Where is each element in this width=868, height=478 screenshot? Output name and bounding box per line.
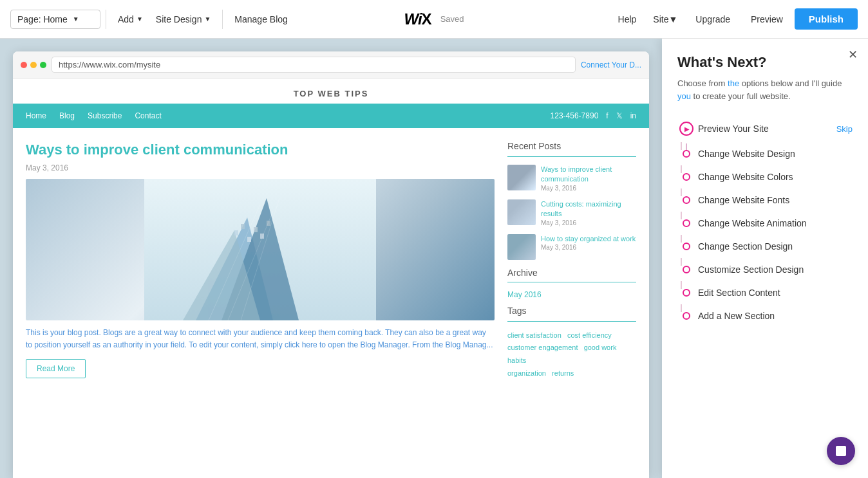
preview-button[interactable]: Preview <box>742 10 792 28</box>
dot-green <box>40 62 46 68</box>
add-chevron: ▼ <box>137 15 143 23</box>
step-3-dot-container <box>677 173 695 181</box>
dot-red <box>21 62 27 68</box>
nav-contact[interactable]: Contact <box>135 111 161 120</box>
step-1-skip[interactable]: Skip <box>836 124 853 134</box>
help-bubble-icon <box>836 446 846 456</box>
step-4-label: Change Website Fonts <box>698 195 853 205</box>
browser-window: https://www.wix.com/mysite Connect Your … <box>13 51 649 478</box>
facebook-icon[interactable]: f <box>606 111 608 120</box>
step-6-label: Change Section Design <box>698 241 853 252</box>
step-6-dot <box>683 243 690 250</box>
manage-blog-button[interactable]: Manage Blog <box>228 10 294 28</box>
add-menu[interactable]: Add ▼ <box>111 10 149 28</box>
recent-post-2: Cutting costs: maximizing results May 3,… <box>507 199 636 226</box>
step-customize-section-design[interactable]: Customize Section Design <box>677 258 853 281</box>
logo-area: WiX Saved <box>404 10 464 28</box>
step-change-website-design[interactable]: Change Website Design <box>677 142 853 165</box>
nav-divider-2 <box>222 10 223 29</box>
step-add-new-section[interactable]: Add a New Section <box>677 304 853 327</box>
recent-posts-divider <box>507 156 636 157</box>
recent-thumb-2 <box>507 199 536 225</box>
recent-post-2-title[interactable]: Cutting costs: maximizing results <box>541 199 636 219</box>
step-2-dot-container <box>677 150 695 158</box>
publish-button[interactable]: Publish <box>795 8 858 30</box>
step-change-website-colors[interactable]: Change Website Colors <box>677 165 853 188</box>
recent-post-2-info: Cutting costs: maximizing results May 3,… <box>541 199 636 226</box>
tags-divider <box>507 321 636 322</box>
twitter-icon[interactable]: 𝕏 <box>616 111 623 120</box>
step-1-label: Preview Your Site <box>698 124 836 134</box>
site-navigation: Home Blog Subscribe Contact 123-456-7890… <box>13 104 649 128</box>
site-phone: 123-456-7890 <box>551 111 599 120</box>
step-1-dot-container: ▶ <box>677 122 695 136</box>
help-button[interactable]: Help <box>610 10 645 28</box>
top-navigation: Page: Home ▼ Add ▼ Site Design ▼ Manage … <box>0 0 868 39</box>
step-change-website-animation[interactable]: Change Website Animation <box>677 212 853 235</box>
step-8-label: Edit Section Content <box>698 288 853 298</box>
step-5-dot <box>683 219 690 227</box>
linkedin-icon[interactable]: in <box>630 111 636 120</box>
step-edit-section-content[interactable]: Edit Section Content <box>677 281 853 304</box>
step-5-label: Change Website Animation <box>698 218 853 228</box>
upgrade-button[interactable]: Upgrade <box>686 10 739 28</box>
step-3-dot <box>683 173 690 181</box>
read-more-button[interactable]: Read More <box>26 359 86 378</box>
step-5-dot-container <box>677 219 695 227</box>
recent-post-1-title[interactable]: Ways to improve client communication <box>541 165 636 185</box>
step-9-dot <box>683 312 690 320</box>
recent-post-1: Ways to improve client communication May… <box>507 165 636 192</box>
page-selector[interactable]: Page: Home ▼ <box>10 10 100 29</box>
recent-post-3-info: How to stay organized at work May 3, 201… <box>541 234 636 251</box>
help-bubble[interactable] <box>827 437 855 465</box>
browser-bar: https://www.wix.com/mysite Connect Your … <box>13 51 649 78</box>
step-2-dot <box>683 150 690 158</box>
site-content: TOP WEB TIPS Home Blog Subscribe Contact… <box>13 78 649 478</box>
panel-title: What's Next? <box>677 54 855 71</box>
wix-logo: WiX <box>404 10 431 28</box>
step-9-label: Add a New Section <box>698 311 853 321</box>
step-9-dot-container <box>677 312 695 320</box>
archive-month[interactable]: May 2016 <box>507 290 636 299</box>
step-7-dot <box>683 266 690 273</box>
nav-subscribe[interactable]: Subscribe <box>88 111 122 120</box>
panel-close-button[interactable]: ✕ <box>848 48 858 62</box>
recent-post-2-date: May 3, 2016 <box>541 219 636 226</box>
nav-home[interactable]: Home <box>26 111 46 120</box>
blog-main: Ways to improve client communication May… <box>26 141 495 380</box>
step-8-dot-container <box>677 289 695 297</box>
tag-cost-efficiency[interactable]: cost efficiency <box>567 331 612 339</box>
browser-url[interactable]: https://www.wix.com/mysite <box>52 57 576 73</box>
nav-right-group: Help Site ▼ Upgrade Preview Publish <box>610 8 858 30</box>
recent-post-3-title[interactable]: How to stay organized at work <box>541 234 636 244</box>
site-menu[interactable]: Site ▼ <box>646 10 684 28</box>
recent-post-3-date: May 3, 2016 <box>541 244 636 251</box>
main-area: https://www.wix.com/mysite Connect Your … <box>0 39 868 478</box>
recent-thumb-1 <box>507 165 536 190</box>
svg-rect-6 <box>247 237 251 242</box>
step-change-section-design[interactable]: Change Section Design <box>677 235 853 258</box>
saved-indicator: Saved <box>440 14 464 24</box>
tag-returns[interactable]: returns <box>552 369 574 377</box>
nav-blog[interactable]: Blog <box>59 111 75 120</box>
browser-container: https://www.wix.com/mysite Connect Your … <box>0 39 662 478</box>
step-7-label: Customize Section Design <box>698 264 853 275</box>
whats-next-panel: ✕ What's Next? Choose from the options b… <box>662 39 868 478</box>
panel-subtitle: Choose from the options below and I'll g… <box>677 77 855 102</box>
step-1-play-icon: ▶ <box>679 122 693 136</box>
blog-sidebar: Recent Posts Ways to improve client comm… <box>507 141 636 380</box>
step-preview-your-site[interactable]: ▶ Preview Your Site Skip <box>677 115 853 142</box>
page-selector-label: Page: Home <box>17 14 68 24</box>
step-3-label: Change Website Colors <box>698 172 853 182</box>
step-2-label: Change Website Design <box>698 149 853 159</box>
subtitle-highlight-the: the <box>728 78 739 88</box>
step-change-website-fonts[interactable]: Change Website Fonts <box>677 188 853 212</box>
tag-customer-engagement[interactable]: customer engagement <box>507 344 578 351</box>
connect-domain-link[interactable]: Connect Your D... <box>581 60 641 69</box>
site-nav-links: Home Blog Subscribe Contact <box>26 111 162 120</box>
recent-post-1-date: May 3, 2016 <box>541 185 636 192</box>
tag-client-satisfaction[interactable]: client satisfaction <box>507 331 561 339</box>
site-design-menu[interactable]: Site Design ▼ <box>149 10 218 28</box>
archive-divider <box>507 282 636 282</box>
tag-organization[interactable]: organization <box>507 369 546 377</box>
